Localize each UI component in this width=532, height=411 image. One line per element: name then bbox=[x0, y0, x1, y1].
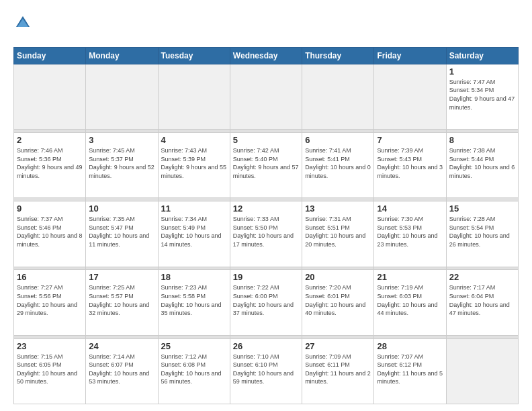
day-info: Sunrise: 7:39 AM Sunset: 5:43 PM Dayligh… bbox=[377, 146, 443, 180]
day-info: Sunrise: 7:07 AM Sunset: 6:12 PM Dayligh… bbox=[377, 353, 443, 386]
col-saturday: Saturday bbox=[446, 47, 518, 64]
day-number: 4 bbox=[161, 135, 227, 145]
day-info: Sunrise: 7:27 AM Sunset: 5:56 PM Dayligh… bbox=[17, 283, 83, 317]
day-cell bbox=[302, 64, 374, 129]
day-number: 25 bbox=[161, 341, 227, 351]
day-info: Sunrise: 7:19 AM Sunset: 6:03 PM Dayligh… bbox=[377, 283, 443, 317]
day-cell: 10Sunrise: 7:35 AM Sunset: 5:47 PM Dayli… bbox=[86, 201, 158, 267]
day-info: Sunrise: 7:17 AM Sunset: 6:04 PM Dayligh… bbox=[449, 283, 515, 317]
day-number: 8 bbox=[449, 135, 515, 145]
day-cell bbox=[374, 64, 446, 129]
day-cell: 21Sunrise: 7:19 AM Sunset: 6:03 PM Dayli… bbox=[374, 270, 446, 335]
day-info: Sunrise: 7:33 AM Sunset: 5:50 PM Dayligh… bbox=[233, 215, 299, 248]
day-info: Sunrise: 7:22 AM Sunset: 6:00 PM Dayligh… bbox=[233, 283, 299, 317]
day-info: Sunrise: 7:47 AM Sunset: 5:34 PM Dayligh… bbox=[449, 78, 515, 111]
day-info: Sunrise: 7:38 AM Sunset: 5:44 PM Dayligh… bbox=[449, 146, 515, 180]
week-row-2: 2Sunrise: 7:46 AM Sunset: 5:36 PM Daylig… bbox=[14, 132, 519, 197]
day-cell: 27Sunrise: 7:09 AM Sunset: 6:11 PM Dayli… bbox=[302, 338, 374, 404]
day-cell: 26Sunrise: 7:10 AM Sunset: 6:10 PM Dayli… bbox=[230, 338, 302, 404]
day-cell: 24Sunrise: 7:14 AM Sunset: 6:07 PM Dayli… bbox=[86, 338, 158, 404]
day-info: Sunrise: 7:46 AM Sunset: 5:36 PM Dayligh… bbox=[17, 146, 83, 180]
calendar-table: Sunday Monday Tuesday Wednesday Thursday… bbox=[13, 47, 519, 404]
day-number: 6 bbox=[305, 135, 371, 145]
day-number: 9 bbox=[17, 203, 83, 214]
day-cell bbox=[230, 64, 302, 129]
day-number: 12 bbox=[233, 203, 299, 214]
day-info: Sunrise: 7:45 AM Sunset: 5:37 PM Dayligh… bbox=[89, 146, 154, 180]
day-info: Sunrise: 7:42 AM Sunset: 5:40 PM Dayligh… bbox=[233, 146, 299, 180]
day-cell: 3Sunrise: 7:45 AM Sunset: 5:37 PM Daylig… bbox=[86, 132, 158, 197]
day-number: 19 bbox=[233, 272, 299, 282]
day-info: Sunrise: 7:34 AM Sunset: 5:49 PM Dayligh… bbox=[161, 215, 227, 248]
day-cell: 12Sunrise: 7:33 AM Sunset: 5:50 PM Dayli… bbox=[230, 201, 302, 267]
col-monday: Monday bbox=[86, 47, 158, 64]
day-cell: 11Sunrise: 7:34 AM Sunset: 5:49 PM Dayli… bbox=[158, 201, 230, 267]
day-cell: 6Sunrise: 7:41 AM Sunset: 5:41 PM Daylig… bbox=[302, 132, 374, 197]
day-cell bbox=[86, 64, 158, 129]
day-info: Sunrise: 7:25 AM Sunset: 5:57 PM Dayligh… bbox=[89, 283, 154, 317]
day-cell: 16Sunrise: 7:27 AM Sunset: 5:56 PM Dayli… bbox=[14, 270, 86, 335]
day-number: 24 bbox=[89, 341, 154, 351]
day-number: 21 bbox=[377, 272, 443, 282]
day-number: 17 bbox=[89, 272, 154, 282]
day-cell: 1Sunrise: 7:47 AM Sunset: 5:34 PM Daylig… bbox=[446, 64, 518, 129]
day-number: 15 bbox=[449, 203, 515, 214]
col-sunday: Sunday bbox=[14, 47, 86, 64]
week-row-1: 1Sunrise: 7:47 AM Sunset: 5:34 PM Daylig… bbox=[14, 64, 519, 129]
day-info: Sunrise: 7:12 AM Sunset: 6:08 PM Dayligh… bbox=[161, 353, 227, 386]
day-cell: 8Sunrise: 7:38 AM Sunset: 5:44 PM Daylig… bbox=[446, 132, 518, 197]
day-cell: 18Sunrise: 7:23 AM Sunset: 5:58 PM Dayli… bbox=[158, 270, 230, 335]
day-info: Sunrise: 7:37 AM Sunset: 5:46 PM Dayligh… bbox=[17, 215, 83, 248]
day-number: 7 bbox=[377, 135, 443, 145]
col-friday: Friday bbox=[374, 47, 446, 64]
day-number: 3 bbox=[89, 135, 154, 145]
day-info: Sunrise: 7:41 AM Sunset: 5:41 PM Dayligh… bbox=[305, 146, 371, 180]
col-tuesday: Tuesday bbox=[158, 47, 230, 64]
day-number: 27 bbox=[305, 341, 371, 351]
weekday-header-row: Sunday Monday Tuesday Wednesday Thursday… bbox=[14, 47, 519, 64]
day-info: Sunrise: 7:31 AM Sunset: 5:51 PM Dayligh… bbox=[305, 215, 371, 248]
page: Sunday Monday Tuesday Wednesday Thursday… bbox=[0, 0, 532, 411]
day-cell: 14Sunrise: 7:30 AM Sunset: 5:53 PM Dayli… bbox=[374, 201, 446, 267]
day-cell: 23Sunrise: 7:15 AM Sunset: 6:05 PM Dayli… bbox=[14, 338, 86, 404]
day-number: 18 bbox=[161, 272, 227, 282]
day-number: 13 bbox=[305, 203, 371, 214]
day-info: Sunrise: 7:20 AM Sunset: 6:01 PM Dayligh… bbox=[305, 283, 371, 317]
day-number: 5 bbox=[233, 135, 299, 145]
col-thursday: Thursday bbox=[302, 47, 374, 64]
day-number: 22 bbox=[449, 272, 515, 282]
day-info: Sunrise: 7:23 AM Sunset: 5:58 PM Dayligh… bbox=[161, 283, 227, 317]
day-number: 26 bbox=[233, 341, 299, 351]
day-cell: 7Sunrise: 7:39 AM Sunset: 5:43 PM Daylig… bbox=[374, 132, 446, 197]
day-cell: 9Sunrise: 7:37 AM Sunset: 5:46 PM Daylig… bbox=[14, 201, 86, 267]
header bbox=[13, 12, 519, 42]
day-cell: 4Sunrise: 7:43 AM Sunset: 5:39 PM Daylig… bbox=[158, 132, 230, 197]
day-cell: 28Sunrise: 7:07 AM Sunset: 6:12 PM Dayli… bbox=[374, 338, 446, 404]
day-info: Sunrise: 7:35 AM Sunset: 5:47 PM Dayligh… bbox=[89, 215, 154, 248]
day-cell bbox=[14, 64, 86, 129]
day-number: 28 bbox=[377, 341, 443, 351]
day-cell bbox=[446, 338, 518, 404]
day-info: Sunrise: 7:10 AM Sunset: 6:10 PM Dayligh… bbox=[233, 353, 299, 386]
col-wednesday: Wednesday bbox=[230, 47, 302, 64]
day-cell: 19Sunrise: 7:22 AM Sunset: 6:00 PM Dayli… bbox=[230, 270, 302, 335]
day-cell: 2Sunrise: 7:46 AM Sunset: 5:36 PM Daylig… bbox=[14, 132, 86, 197]
day-number: 14 bbox=[377, 203, 443, 214]
logo bbox=[13, 15, 32, 42]
day-info: Sunrise: 7:28 AM Sunset: 5:54 PM Dayligh… bbox=[449, 215, 515, 248]
day-cell: 15Sunrise: 7:28 AM Sunset: 5:54 PM Dayli… bbox=[446, 201, 518, 267]
day-info: Sunrise: 7:30 AM Sunset: 5:53 PM Dayligh… bbox=[377, 215, 443, 248]
day-number: 23 bbox=[17, 341, 83, 351]
week-row-4: 16Sunrise: 7:27 AM Sunset: 5:56 PM Dayli… bbox=[14, 270, 519, 335]
day-cell: 13Sunrise: 7:31 AM Sunset: 5:51 PM Dayli… bbox=[302, 201, 374, 267]
day-cell bbox=[158, 64, 230, 129]
day-cell: 5Sunrise: 7:42 AM Sunset: 5:40 PM Daylig… bbox=[230, 132, 302, 197]
week-row-5: 23Sunrise: 7:15 AM Sunset: 6:05 PM Dayli… bbox=[14, 338, 519, 404]
day-cell: 22Sunrise: 7:17 AM Sunset: 6:04 PM Dayli… bbox=[446, 270, 518, 335]
day-number: 11 bbox=[161, 203, 227, 214]
day-cell: 17Sunrise: 7:25 AM Sunset: 5:57 PM Dayli… bbox=[86, 270, 158, 335]
day-number: 2 bbox=[17, 135, 83, 145]
day-number: 20 bbox=[305, 272, 371, 282]
day-number: 16 bbox=[17, 272, 83, 282]
day-number: 10 bbox=[89, 203, 154, 214]
